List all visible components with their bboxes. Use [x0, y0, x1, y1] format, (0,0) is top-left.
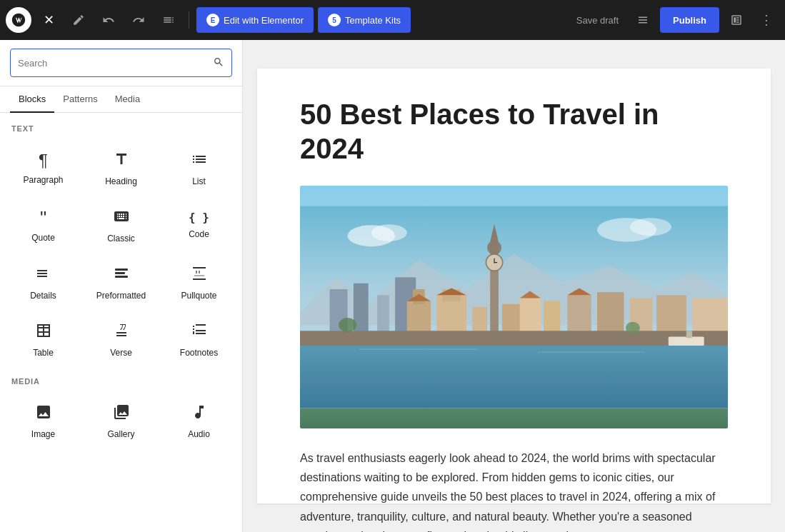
svg-point-42: [339, 318, 356, 332]
block-item-list[interactable]: List: [161, 140, 236, 194]
edit-elementor-label: Edit with Elementor: [224, 15, 304, 26]
table-icon: [35, 322, 52, 342]
heading-label: Heading: [105, 176, 137, 186]
tab-blocks[interactable]: Blocks: [10, 86, 54, 113]
svg-rect-35: [300, 343, 728, 408]
svg-point-43: [626, 322, 640, 334]
preformatted-icon: [113, 265, 130, 285]
tab-media[interactable]: Media: [106, 86, 149, 113]
post-editor: 50 Best Places to Travel in 2024: [257, 69, 771, 503]
block-item-audio[interactable]: Audio: [161, 393, 236, 447]
svg-rect-5: [194, 275, 204, 276]
close-button[interactable]: ✕: [36, 7, 61, 33]
paragraph-icon: ¶: [39, 152, 48, 169]
undo-button[interactable]: [96, 7, 121, 33]
preformatted-label: Preformatted: [96, 291, 146, 301]
search-icon: [213, 56, 224, 70]
svg-rect-2: [115, 276, 128, 278]
post-featured-image: [300, 186, 728, 428]
search-bar-area: [0, 40, 242, 86]
svg-rect-3: [193, 267, 206, 268]
svg-rect-39: [300, 331, 728, 346]
audio-label: Audio: [188, 429, 210, 439]
list-label: List: [192, 176, 206, 186]
block-item-footnotes[interactable]: Footnotes: [161, 311, 236, 366]
sidebar-content: TEXT ¶ Paragraph Heading: [0, 113, 242, 532]
media-section-label: MEDIA: [6, 377, 236, 393]
list-icon: [191, 151, 208, 171]
svg-point-45: [371, 224, 407, 241]
image-icon: [35, 403, 52, 423]
block-item-table[interactable]: Table: [6, 311, 81, 366]
code-icon: { }: [189, 212, 209, 224]
svg-rect-41: [686, 331, 692, 338]
edit-with-elementor-button[interactable]: E Edit with Elementor: [196, 7, 314, 33]
svg-rect-0: [115, 268, 128, 271]
view-button[interactable]: [630, 7, 656, 33]
sidebar-tabs: Blocks Patterns Media: [0, 86, 242, 113]
sidebar: Blocks Patterns Media TEXT ¶ Paragraph H…: [0, 40, 243, 532]
table-label: Table: [33, 348, 54, 358]
svg-rect-1: [115, 272, 125, 274]
block-item-details[interactable]: Details: [6, 254, 81, 308]
svg-rect-38: [538, 351, 645, 353]
more-options-button[interactable]: ⋮: [754, 7, 779, 33]
classic-icon: [113, 208, 130, 228]
block-item-image[interactable]: Image: [6, 393, 81, 447]
svg-rect-4: [193, 278, 206, 280]
svg-rect-9: [354, 283, 369, 337]
footnotes-icon: [191, 322, 208, 342]
document-overview-button[interactable]: [156, 7, 181, 33]
svg-rect-40: [669, 337, 704, 346]
footnotes-label: Footnotes: [180, 348, 218, 358]
gallery-icon: [113, 403, 130, 423]
main-layout: Blocks Patterns Media TEXT ¶ Paragraph H…: [0, 40, 785, 532]
image-label: Image: [31, 429, 55, 439]
block-item-heading[interactable]: Heading: [84, 140, 159, 194]
tab-patterns[interactable]: Patterns: [54, 86, 106, 113]
post-title[interactable]: 50 Best Places to Travel in 2024: [300, 97, 728, 166]
template-kits-label: Template Kits: [345, 15, 401, 26]
classic-label: Classic: [107, 234, 135, 244]
svg-point-47: [630, 218, 671, 236]
redo-button[interactable]: [126, 7, 151, 33]
search-input[interactable]: [18, 58, 213, 69]
quote-icon: ": [40, 209, 46, 227]
template-kits-icon: 5: [328, 14, 341, 26]
details-icon: [35, 265, 52, 285]
top-toolbar: ✕ E Edit with Elementor 5 Template Kits …: [0, 0, 785, 40]
block-item-code[interactable]: { } Code: [161, 197, 236, 251]
wp-logo: [6, 7, 31, 33]
quote-label: Quote: [31, 233, 55, 243]
template-kits-button[interactable]: 5 Template Kits: [318, 7, 411, 33]
heading-icon: [113, 151, 130, 171]
search-input-wrap: [10, 49, 232, 77]
block-item-quote[interactable]: " Quote: [6, 197, 81, 251]
save-draft-button[interactable]: Save draft: [569, 15, 626, 26]
block-item-paragraph[interactable]: ¶ Paragraph: [6, 140, 81, 194]
publish-button[interactable]: Publish: [660, 7, 719, 33]
content-area: 50 Best Places to Travel in 2024: [243, 40, 785, 532]
svg-point-14: [487, 241, 501, 255]
text-section-label: TEXT: [6, 124, 236, 140]
pen-icon-button[interactable]: [66, 7, 91, 33]
audio-icon: [191, 403, 208, 423]
details-label: Details: [30, 291, 56, 301]
paragraph-label: Paragraph: [23, 175, 63, 185]
elementor-icon: E: [206, 14, 219, 26]
pullquote-icon: [191, 265, 208, 285]
text-blocks-grid: ¶ Paragraph Heading List: [6, 140, 236, 366]
toolbar-divider: [189, 11, 189, 29]
svg-rect-37: [359, 348, 478, 350]
verse-label: Verse: [110, 348, 132, 358]
media-blocks-grid: Image Gallery Audio: [6, 393, 236, 447]
block-item-pullquote[interactable]: Pullquote: [161, 254, 236, 308]
verse-icon: [113, 322, 130, 342]
block-item-verse[interactable]: Verse: [84, 311, 159, 366]
block-item-gallery[interactable]: Gallery: [84, 393, 159, 447]
block-item-preformatted[interactable]: Preformatted: [84, 254, 159, 308]
svg-rect-10: [377, 295, 389, 336]
code-label: Code: [189, 229, 209, 239]
block-item-classic[interactable]: Classic: [84, 197, 159, 251]
sidebar-toggle-button[interactable]: [724, 7, 749, 33]
